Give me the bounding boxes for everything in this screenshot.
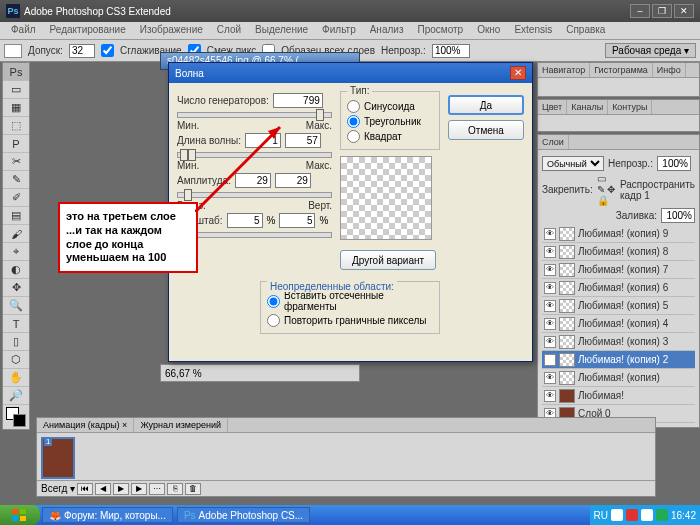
type-square-radio[interactable] bbox=[347, 130, 360, 143]
tab-paths[interactable]: Контуры bbox=[608, 100, 652, 114]
scale-h-input[interactable] bbox=[227, 213, 263, 228]
delete-frame-button[interactable]: 🗑 bbox=[185, 483, 201, 495]
menu-image[interactable]: Изображение bbox=[133, 22, 210, 39]
tool-move[interactable]: ▭ bbox=[3, 81, 29, 99]
tab-layers[interactable]: Слои bbox=[538, 135, 569, 149]
layer-row[interactable]: 👁Любимая! (копия) 7 bbox=[542, 261, 695, 279]
play-button[interactable]: ▶ bbox=[113, 483, 129, 495]
visibility-icon[interactable]: 👁 bbox=[544, 228, 556, 240]
tween-button[interactable]: ⋯ bbox=[149, 483, 165, 495]
undef-wrap-radio[interactable] bbox=[267, 295, 280, 308]
tool-history[interactable]: ⌖ bbox=[3, 243, 29, 261]
visibility-icon[interactable]: 👁 bbox=[544, 246, 556, 258]
amplitude-max-input[interactable] bbox=[275, 173, 311, 188]
tray-icon[interactable] bbox=[656, 509, 668, 521]
tool-type[interactable]: T bbox=[3, 315, 29, 333]
randomize-button[interactable]: Другой вариант bbox=[340, 250, 436, 270]
layer-opacity-input[interactable] bbox=[657, 156, 691, 171]
first-frame-button[interactable]: ⏮ bbox=[77, 483, 93, 495]
visibility-icon[interactable]: 👁 bbox=[544, 372, 556, 384]
tray-icon[interactable] bbox=[611, 509, 623, 521]
visibility-icon[interactable]: 👁 bbox=[544, 264, 556, 276]
scale-slider[interactable] bbox=[177, 232, 332, 238]
dialog-close-button[interactable]: ✕ bbox=[510, 66, 526, 80]
antialias-checkbox[interactable] bbox=[101, 44, 114, 57]
menu-window[interactable]: Окно bbox=[470, 22, 507, 39]
tool-shape[interactable]: ⬡ bbox=[3, 351, 29, 369]
type-sine-radio[interactable] bbox=[347, 100, 360, 113]
layer-row[interactable]: 👁Любимая! (копия) bbox=[542, 369, 695, 387]
workspace-button[interactable]: Рабочая среда ▾ bbox=[605, 43, 696, 58]
tab-histogram[interactable]: Гистограмма bbox=[590, 63, 653, 77]
tolerance-input[interactable] bbox=[69, 44, 95, 58]
layer-fill-input[interactable] bbox=[661, 208, 695, 223]
tool-blur[interactable]: 🔍 bbox=[3, 297, 29, 315]
layer-row[interactable]: 👁Любимая! (копия) 9 bbox=[542, 225, 695, 243]
task-photoshop[interactable]: PsAdobe Photoshop CS... bbox=[177, 507, 310, 523]
layer-row[interactable]: 👁Любимая! (копия) 2 bbox=[542, 351, 695, 369]
tool-marquee[interactable]: ▦ bbox=[3, 99, 29, 117]
loop-select[interactable]: Всегд ▾ bbox=[41, 483, 75, 494]
language-indicator[interactable]: RU bbox=[594, 510, 608, 521]
menu-edit[interactable]: Редактирование bbox=[43, 22, 133, 39]
blend-mode-select[interactable]: Обычный bbox=[542, 156, 604, 171]
dialog-titlebar[interactable]: Волна ✕ bbox=[169, 63, 532, 83]
tool-pen[interactable]: ▯ bbox=[3, 333, 29, 351]
type-triangle-radio[interactable] bbox=[347, 115, 360, 128]
amplitude-min-input[interactable] bbox=[235, 173, 271, 188]
new-frame-button[interactable]: ⎘ bbox=[167, 483, 183, 495]
visibility-icon[interactable]: 👁 bbox=[544, 300, 556, 312]
tool-heal[interactable]: ✐ bbox=[3, 189, 29, 207]
app-toggle[interactable]: Ps bbox=[3, 63, 29, 81]
tab-info[interactable]: Инфо bbox=[653, 63, 686, 77]
visibility-icon[interactable]: 👁 bbox=[544, 336, 556, 348]
tool-brush[interactable]: ▤ bbox=[3, 207, 29, 225]
menu-help[interactable]: Справка bbox=[559, 22, 612, 39]
menu-extensis[interactable]: Extensis bbox=[507, 22, 559, 39]
tab-measurement[interactable]: Журнал измерений bbox=[134, 418, 228, 432]
menu-layer[interactable]: Слой bbox=[210, 22, 248, 39]
amplitude-slider[interactable] bbox=[177, 192, 332, 198]
generators-input[interactable] bbox=[273, 93, 323, 108]
layer-row[interactable]: 👁Любимая! (копия) 6 bbox=[542, 279, 695, 297]
visibility-icon[interactable]: 👁 bbox=[544, 354, 556, 366]
opacity-input[interactable] bbox=[432, 44, 470, 58]
layer-row[interactable]: 👁Любимая! (копия) 3 bbox=[542, 333, 695, 351]
next-frame-button[interactable]: ▶ bbox=[131, 483, 147, 495]
animation-frame[interactable]: 1 0 сек. bbox=[41, 437, 75, 479]
menu-view[interactable]: Просмотр bbox=[410, 22, 470, 39]
tool-stamp[interactable]: 🖌 bbox=[3, 225, 29, 243]
ok-button[interactable]: Да bbox=[448, 95, 524, 115]
generators-slider[interactable] bbox=[177, 112, 332, 118]
visibility-icon[interactable]: 👁 bbox=[544, 318, 556, 330]
prev-frame-button[interactable]: ◀ bbox=[95, 483, 111, 495]
tray-icon[interactable] bbox=[641, 509, 653, 521]
tab-channels[interactable]: Каналы bbox=[567, 100, 608, 114]
tool-crop[interactable]: ✂ bbox=[3, 153, 29, 171]
layer-row[interactable]: 👁Любимая! (копия) 4 bbox=[542, 315, 695, 333]
tool-hand[interactable]: ✋ bbox=[3, 369, 29, 387]
tool-zoom[interactable]: 🔎 bbox=[3, 387, 29, 405]
wavelength-slider[interactable] bbox=[177, 152, 332, 158]
tool-eyedrop[interactable]: ✎ bbox=[3, 171, 29, 189]
zoom-level[interactable]: 66,67 % bbox=[165, 368, 202, 379]
layer-row[interactable]: 👁Любимая! (копия) 5 bbox=[542, 297, 695, 315]
tool-preset-icon[interactable] bbox=[4, 44, 22, 58]
wavelength-min-input[interactable] bbox=[245, 133, 281, 148]
scale-v-input[interactable] bbox=[279, 213, 315, 228]
minimize-button[interactable]: – bbox=[630, 4, 650, 18]
visibility-icon[interactable]: 👁 bbox=[544, 390, 556, 402]
task-browser[interactable]: 🦊Форум: Мир, которы... bbox=[42, 507, 173, 523]
menu-file[interactable]: Файл bbox=[4, 22, 43, 39]
close-button[interactable]: ✕ bbox=[674, 4, 694, 18]
start-button[interactable] bbox=[0, 505, 40, 525]
tray-icon[interactable] bbox=[626, 509, 638, 521]
layer-row[interactable]: 👁Любимая! (копия) 8 bbox=[542, 243, 695, 261]
menu-filter[interactable]: Фильтр bbox=[315, 22, 363, 39]
cancel-button[interactable]: Отмена bbox=[448, 120, 524, 140]
tab-navigator[interactable]: Навигатор bbox=[538, 63, 590, 77]
color-swatches[interactable] bbox=[3, 405, 29, 429]
tool-lasso[interactable]: ⬚ bbox=[3, 117, 29, 135]
clock[interactable]: 16:42 bbox=[671, 510, 696, 521]
menu-select[interactable]: Выделение bbox=[248, 22, 315, 39]
